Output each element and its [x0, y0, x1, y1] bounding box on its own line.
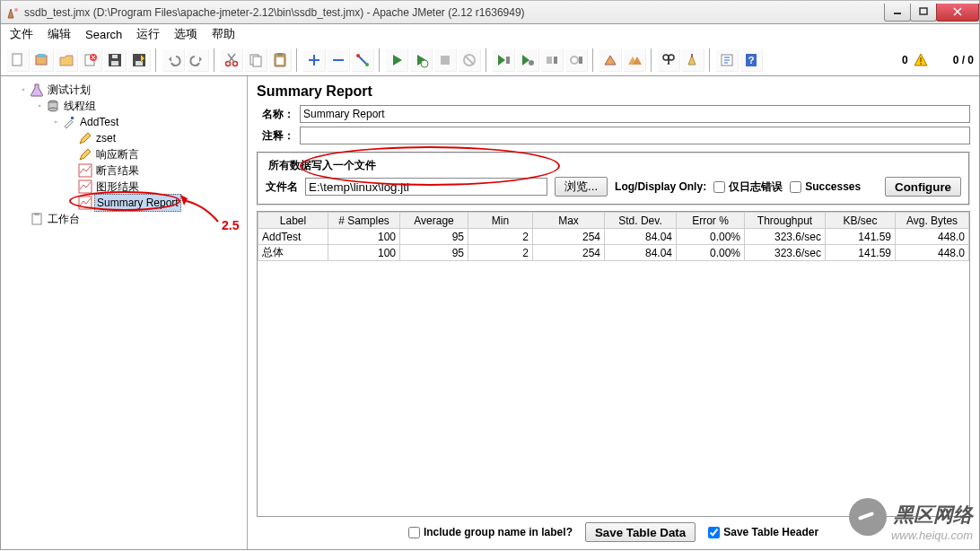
pipette-icon [62, 115, 76, 129]
browse-button[interactable]: 浏览... [555, 177, 608, 197]
toggle-button[interactable] [351, 48, 374, 72]
cut-button[interactable] [220, 48, 243, 72]
close-file-button[interactable] [79, 48, 102, 72]
configure-button[interactable]: Configure [885, 177, 961, 197]
save-table-data-button[interactable]: Save Table Data [585, 522, 696, 542]
tree-resp-assert[interactable]: 响应断言 [67, 146, 245, 162]
svg-rect-25 [506, 57, 510, 64]
table-header[interactable]: Max [533, 213, 605, 229]
app-icon [6, 5, 21, 20]
table-header[interactable]: Error % [677, 213, 745, 229]
tree-assert-result[interactable]: 断言结果 [67, 162, 245, 179]
remote-shutdown-button[interactable] [564, 48, 588, 72]
filename-input[interactable] [305, 178, 547, 196]
svg-rect-10 [112, 55, 118, 58]
templates-button[interactable] [31, 48, 54, 72]
write-results-legend: 所有数据写入一个文件 [266, 158, 379, 173]
write-results-fieldset: 所有数据写入一个文件 文件名 浏览... Log/Display Only: 仅… [257, 152, 970, 206]
test-plan-tree[interactable]: ◦ 测试计划 ◦ 线程组 ◦ [1, 76, 248, 549]
svg-rect-1 [894, 13, 901, 14]
results-table[interactable]: Label# SamplesAverageMinMaxStd. Dev.Erro… [257, 211, 970, 517]
menu-help[interactable]: 帮助 [212, 26, 235, 42]
include-group-checkbox[interactable]: Include group name in label? [408, 526, 573, 538]
svg-rect-27 [547, 57, 552, 64]
undo-button[interactable] [162, 48, 185, 72]
close-button[interactable] [936, 4, 979, 22]
new-button[interactable] [6, 48, 30, 72]
svg-rect-33 [691, 54, 693, 57]
svg-rect-3 [13, 54, 22, 66]
clear-button[interactable] [599, 48, 622, 72]
menu-file[interactable]: 文件 [10, 26, 33, 42]
table-header[interactable]: # Samples [328, 213, 400, 229]
save-table-header-checkbox[interactable]: Save Table Header [708, 526, 818, 538]
spool-icon [46, 99, 60, 113]
tree-test-plan[interactable]: ◦ 测试计划 [19, 82, 245, 98]
svg-rect-18 [277, 53, 283, 56]
tree-workbench[interactable]: 工作台 [19, 211, 245, 227]
svg-rect-9 [111, 61, 118, 66]
remote-start-all-button[interactable] [516, 48, 539, 72]
table-header[interactable]: KB/sec [826, 213, 896, 229]
svg-rect-28 [554, 57, 557, 64]
tree-graph-result[interactable]: 图形结果 [67, 179, 245, 195]
comment-input[interactable] [300, 127, 970, 144]
redo-button[interactable] [186, 48, 209, 72]
function-helper-button[interactable] [715, 48, 739, 72]
successes-checkbox[interactable]: Successes [790, 180, 861, 193]
copy-button[interactable] [244, 48, 267, 72]
svg-rect-16 [253, 57, 261, 66]
table-row[interactable]: 总体10095225484.040.00%323.6/sec141.59448.… [258, 245, 969, 261]
remote-start-button[interactable] [492, 48, 515, 72]
reset-search-button[interactable] [681, 48, 704, 72]
remote-stop-button[interactable] [540, 48, 564, 72]
menu-search[interactable]: Search [85, 28, 122, 41]
start-no-timers-button[interactable] [409, 48, 433, 72]
svg-rect-47 [34, 213, 39, 215]
table-header[interactable]: Label [258, 213, 328, 229]
tree-zset[interactable]: zset [67, 130, 245, 146]
table-header[interactable]: Average [400, 213, 468, 229]
window-title: ssdb_test.jmx (D:\Program Files\apache-j… [24, 6, 525, 19]
menu-edit[interactable]: 编辑 [48, 26, 71, 42]
svg-rect-38 [920, 63, 922, 65]
search-button[interactable] [657, 48, 680, 72]
table-row[interactable]: AddTest10095225484.040.00%323.6/sec141.5… [258, 229, 969, 245]
table-header[interactable]: Std. Dev. [605, 213, 677, 229]
svg-point-26 [529, 60, 534, 66]
tree-thread-group[interactable]: ◦ 线程组 [35, 98, 245, 114]
menu-run[interactable]: 运行 [136, 26, 160, 42]
flask-icon [30, 83, 44, 97]
warn-count: 0 [902, 54, 908, 66]
table-header[interactable]: Throughput [745, 213, 826, 229]
filename-label: 文件名 [266, 179, 298, 195]
maximize-button[interactable] [910, 4, 937, 22]
help-button[interactable]: ? [739, 48, 763, 72]
tree-summary-report[interactable]: Summary Report [67, 195, 245, 211]
name-input[interactable] [300, 105, 970, 123]
open-button[interactable] [55, 48, 78, 72]
start-button[interactable] [385, 48, 408, 72]
collapse-button[interactable] [327, 48, 350, 72]
summary-report-panel: Summary Report 名称： 注释： 所有数据写入一个文件 文件名 浏览… [248, 76, 979, 549]
table-header[interactable]: Min [468, 213, 533, 229]
stop-button[interactable] [433, 48, 457, 72]
svg-point-29 [571, 57, 578, 64]
log-display-only-label: Log/Display Only: [615, 180, 706, 193]
svg-rect-23 [441, 56, 450, 65]
expand-button[interactable] [302, 48, 326, 72]
table-header[interactable]: Avg. Bytes [896, 213, 969, 229]
menu-options[interactable]: 选项 [174, 26, 197, 42]
save-button[interactable] [103, 48, 127, 72]
tree-addtest[interactable]: ◦ AddTest [51, 114, 245, 130]
svg-rect-5 [38, 54, 45, 57]
shutdown-button[interactable] [458, 48, 481, 72]
errors-only-checkbox[interactable]: 仅日志错误 [713, 179, 783, 195]
paste-button[interactable] [268, 48, 292, 72]
minimize-button[interactable] [884, 4, 911, 22]
clear-all-button[interactable] [623, 48, 646, 72]
annotation-label: 2.5 [222, 218, 239, 232]
svg-point-20 [356, 54, 360, 57]
save-as-button[interactable] [127, 48, 151, 72]
svg-text:?: ? [748, 55, 755, 66]
